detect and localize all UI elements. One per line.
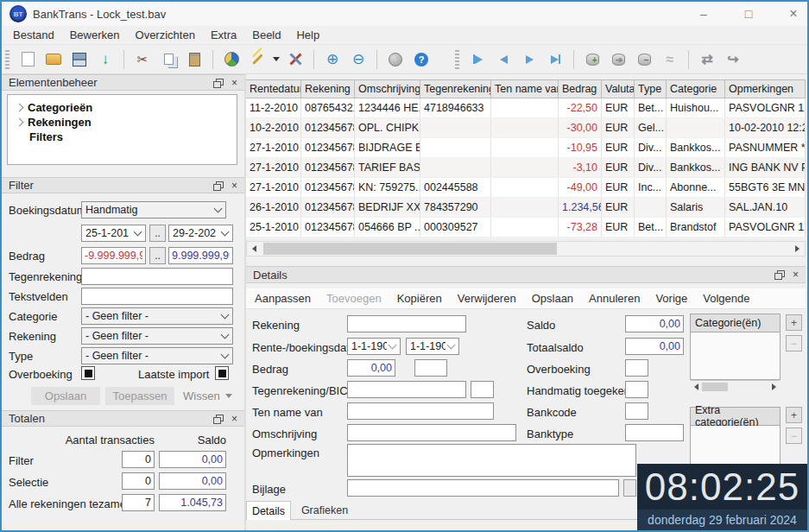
banktype-box[interactable] [625, 424, 684, 441]
toolbar-grip[interactable] [5, 50, 9, 69]
date-range-button[interactable]: .. [149, 225, 166, 242]
bankcode-box[interactable] [625, 402, 648, 420]
menu-bewerken[interactable]: Bewerken [62, 27, 128, 43]
float-panel-icon[interactable] [213, 79, 223, 87]
paste-button[interactable] [181, 48, 207, 71]
bedrag-detail-input[interactable] [347, 359, 395, 377]
categorie-list-scrollbar[interactable] [691, 380, 780, 392]
close-panel-icon[interactable]: × [793, 269, 799, 280]
table-horizontal-scrollbar[interactable] [246, 241, 806, 256]
table-row[interactable]: 11-2-20100876543211234446 HE...471894663… [246, 98, 806, 117]
scroll-left-icon[interactable] [247, 242, 262, 256]
scrollbar-thumb[interactable] [263, 243, 557, 255]
previous-record-button[interactable] [490, 48, 516, 71]
menu-beeld[interactable]: Beeld [244, 27, 288, 43]
bijlage-browse-button[interactable] [623, 479, 636, 497]
add-extra-categorie-button[interactable]: + [786, 407, 802, 423]
handmatig-toegekend-box[interactable] [625, 381, 648, 398]
boekingsdatum-select[interactable]: Handmatig [81, 201, 226, 218]
cut-button[interactable]: ✂ [130, 48, 155, 71]
remove-record-button[interactable]: − [631, 48, 657, 71]
bedrag-range-button[interactable]: .. [149, 247, 166, 264]
column-header[interactable]: Ten name van [491, 79, 559, 98]
ten-name-van-input[interactable] [347, 402, 494, 420]
new-file-button[interactable] [15, 48, 41, 71]
menu-overzichten[interactable]: Overzichten [128, 27, 203, 43]
date-to-select[interactable]: 29-2-202 [168, 225, 233, 242]
merge-records-button[interactable]: ≈ [657, 48, 683, 71]
tegenrekening-input[interactable] [81, 268, 233, 285]
zoom-in-button[interactable]: ⊕ [319, 48, 345, 71]
wizard-dropdown-button[interactable] [270, 48, 282, 71]
copy-button[interactable] [155, 48, 181, 71]
export-button[interactable]: ↪ [720, 48, 746, 71]
settings-button[interactable] [282, 48, 308, 71]
type-filter-select[interactable]: - Geen filter - [81, 347, 233, 364]
opslaan-filter-button[interactable]: Opslaan [31, 387, 100, 405]
tekstvelden-input[interactable] [81, 288, 233, 305]
laatste-import-checkbox[interactable] [215, 366, 229, 380]
column-header[interactable]: Omschrijving [355, 79, 420, 98]
boekingsdatum-detail-select[interactable]: 1-1-1900 [406, 338, 459, 355]
categorie-filter-select[interactable]: - Geen filter - [81, 307, 233, 325]
chevron-right-icon[interactable] [16, 118, 24, 127]
menu-help[interactable]: Help [288, 27, 327, 43]
rekening-filter-select[interactable]: - Geen filter - [81, 327, 233, 345]
tree-item-filters[interactable]: Filters [15, 130, 237, 144]
charts-button[interactable] [218, 48, 244, 71]
scroll-left-icon[interactable] [691, 380, 702, 394]
tab-grafieken[interactable]: Grafieken [295, 501, 354, 520]
column-header[interactable]: Valuta [602, 79, 635, 98]
categorie-listbox[interactable] [690, 332, 781, 380]
add-categorie-button[interactable]: + [786, 314, 802, 331]
bijlage-input[interactable] [347, 479, 619, 497]
table-row[interactable]: 10-2-2010012345678OPL. CHIPK...-30,00EUR… [246, 118, 806, 137]
overboeking-detail-box[interactable] [625, 359, 648, 377]
add-record-button[interactable]: + [579, 48, 605, 71]
close-panel-icon[interactable]: × [231, 78, 237, 88]
action-verwijderen[interactable]: Verwijderen [458, 292, 516, 305]
tree-item-rekeningen[interactable]: Rekeningen [15, 115, 237, 130]
opmerkingen-textarea[interactable] [347, 444, 636, 477]
scroll-right-icon[interactable] [768, 380, 780, 394]
toolbar-grip[interactable] [455, 50, 459, 69]
bedrag-valuta-input[interactable] [414, 359, 447, 377]
first-record-button[interactable] [465, 48, 490, 71]
last-record-button[interactable] [542, 48, 568, 71]
help-button[interactable]: ? [408, 48, 434, 71]
rekening-detail-input[interactable] [347, 315, 466, 332]
table-row[interactable]: 27-1-2010012345678TARIEF BAS...-3,10EURD… [246, 158, 806, 177]
tegenrekening-detail-input[interactable] [347, 381, 466, 398]
next-record-button[interactable] [516, 48, 542, 71]
column-header[interactable]: Rekening [301, 79, 355, 98]
date-from-select[interactable]: 25-1-201 [81, 225, 146, 242]
web-button[interactable] [382, 48, 408, 71]
float-panel-icon[interactable] [774, 270, 784, 279]
action-annuleren[interactable]: Annuleren [589, 292, 640, 305]
extra-categorie-listbox[interactable] [690, 426, 781, 469]
column-header[interactable]: Opmerkingen [725, 79, 806, 98]
column-header[interactable]: Rentedatum [246, 79, 301, 98]
zoom-out-button[interactable]: ⊖ [345, 48, 371, 71]
menu-extra[interactable]: Extra [203, 27, 244, 43]
float-panel-icon[interactable] [213, 181, 223, 190]
tab-details[interactable]: Details [246, 501, 291, 520]
refresh-button[interactable]: ⇄ [694, 48, 720, 71]
save-button[interactable] [66, 48, 92, 71]
action-volgende[interactable]: Volgende [703, 292, 749, 305]
wissen-filter-button[interactable]: Wissen [183, 390, 232, 402]
action-vorige[interactable]: Vorige [655, 292, 687, 305]
bedrag-min-input[interactable] [81, 247, 146, 264]
import-button[interactable]: ↓ [92, 48, 118, 71]
minimize-button[interactable]: – [689, 2, 718, 26]
menu-bestand[interactable]: Bestand [5, 27, 62, 43]
close-panel-icon[interactable]: × [231, 180, 237, 191]
column-header[interactable]: Categorie [667, 79, 725, 98]
close-button[interactable]: × [779, 2, 808, 26]
chevron-right-icon[interactable] [16, 104, 24, 112]
action-kopieren[interactable]: Kopiëren [397, 292, 442, 305]
action-aanpassen[interactable]: Aanpassen [255, 292, 311, 305]
open-file-button[interactable] [41, 48, 66, 71]
column-header[interactable]: Tegenrekening [420, 79, 491, 98]
table-row[interactable]: 27-1-2010012345678KN: 759275...002445588… [246, 178, 806, 197]
